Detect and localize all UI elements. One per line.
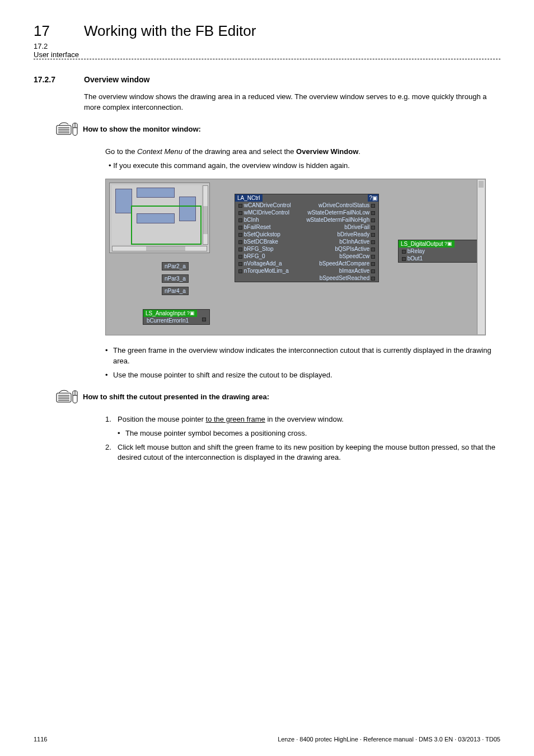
port-label: nPar3_a: [162, 274, 189, 283]
port-label: bImaxActive: [339, 268, 369, 274]
port-label: bOut1: [407, 255, 423, 262]
step-text: Click left mouse button and shift the gr…: [118, 442, 500, 464]
svg-rect-7: [57, 393, 71, 402]
block-title: LA_NCtrl: [235, 194, 263, 202]
sub-bullet: • If you execute this command again, the…: [115, 161, 500, 171]
underlined-text: to the green frame: [206, 415, 265, 423]
port-label: nVoltageAdd_a: [244, 260, 282, 267]
port-label: bDriveReady: [337, 231, 369, 237]
bullet-text: Use the mouse pointer to shift and resiz…: [113, 370, 332, 381]
minimap-horizontal-scrollbar[interactable]: [112, 246, 207, 251]
text: .: [358, 147, 360, 156]
subsection-number: 17.2.7: [34, 75, 84, 84]
port-label: bRelay: [407, 248, 425, 254]
mouse-procedure-icon: [56, 389, 83, 408]
port-label: bRFG_Stop: [244, 246, 274, 252]
menu-name: Context Menu: [137, 147, 182, 156]
instruction-line: Go to the Context Menu of the drawing ar…: [105, 147, 500, 157]
text: If you execute this command again, the o…: [113, 161, 350, 170]
block-title: LS_AnalogInput ?▣: [143, 310, 197, 317]
minimap-vertical-scrollbar[interactable]: [203, 185, 208, 245]
port-label: wStateDetermFailNoLow: [308, 209, 370, 216]
block-title: LS_DigitalOutput ?▣: [399, 240, 455, 248]
port-label: bQSPIsActive: [335, 246, 370, 252]
port-label: bSetDCBrake: [244, 239, 278, 245]
port-label: bCInh: [244, 217, 259, 223]
overview-minimap[interactable]: [109, 183, 210, 253]
block-title-icons: ?▣: [368, 194, 378, 202]
port-label: nTorqueMotLim_a: [244, 268, 289, 274]
subsection-title: Overview window: [84, 75, 149, 84]
cutout-frame[interactable]: [131, 206, 202, 245]
port-label: wMCIDriveControl: [244, 209, 289, 216]
canvas-vertical-scrollbar[interactable]: [477, 180, 485, 334]
port-label: wStateDetermFailNoHigh: [306, 217, 369, 223]
port-label: bFailReset: [244, 224, 271, 230]
svg-rect-0: [57, 125, 71, 134]
text: Go to the: [105, 147, 137, 156]
divider: [34, 59, 500, 59]
mouse-procedure-icon: [56, 121, 83, 140]
overview-window-screenshot: nPar2_a nPar3_a nPar4_a LS_AnalogInput ?…: [105, 179, 486, 335]
section-title-minor: User interface: [34, 50, 500, 59]
port-label: wCANDriveControl: [244, 202, 291, 208]
port-label: bDriveFail: [344, 224, 369, 230]
port-label: bSpeedSetReached: [320, 275, 370, 281]
bullet-text: The green frame in the overview window i…: [113, 346, 500, 367]
port-label: bSpeedActCompare: [319, 260, 369, 267]
port-label: bCInhActive: [339, 239, 369, 245]
howto-heading: How to shift the cutout presented in the…: [83, 389, 269, 402]
section-number-minor: 17.2: [34, 42, 84, 50]
port-label: nPar2_a: [162, 262, 189, 270]
text: of the drawing area and select the: [182, 147, 296, 156]
port-label: bRFG_0: [244, 253, 265, 259]
port-label: bCurrentErrorIn1: [147, 318, 189, 324]
chapter-title: Working with the FB Editor: [84, 22, 256, 40]
step-sub-text: The mouse pointer symbol becomes a posit…: [125, 428, 307, 439]
howto-heading: How to show the monitor window:: [83, 121, 201, 134]
port-label: bSetQuickstop: [244, 231, 280, 237]
command-name: Overview Window: [296, 147, 358, 156]
step-text: Position the mouse pointer to the green …: [118, 414, 344, 425]
port-label: wDriveControlStatus: [318, 202, 369, 208]
paragraph: The overview window shows the drawing ar…: [84, 92, 500, 113]
port-label: nPar4_a: [162, 287, 189, 295]
chapter-number: 17: [34, 22, 84, 40]
port-label: bSpeedCcw: [339, 253, 369, 259]
